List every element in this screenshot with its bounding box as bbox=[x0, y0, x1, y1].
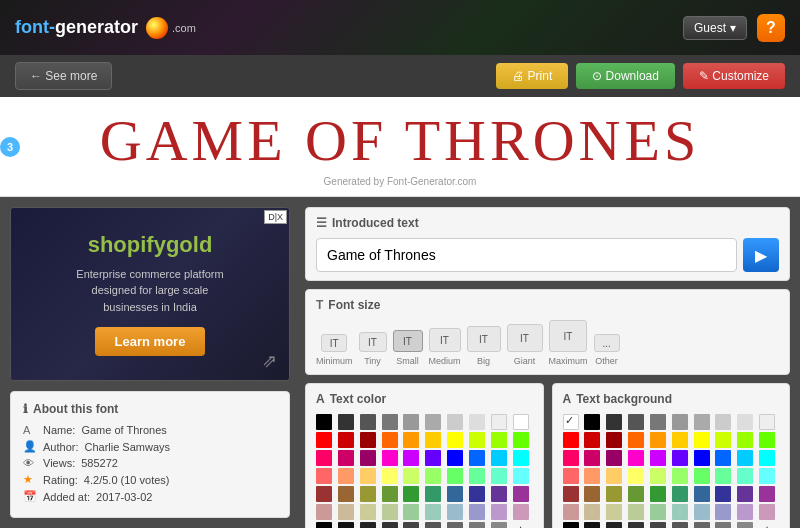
bg-color-swatch[interactable] bbox=[715, 414, 731, 430]
see-more-button[interactable]: ← See more bbox=[15, 62, 112, 90]
text-color-swatch[interactable] bbox=[403, 504, 419, 520]
text-color-swatch[interactable] bbox=[316, 432, 332, 448]
bg-color-swatch[interactable] bbox=[650, 468, 666, 484]
bg-color-swatch[interactable] bbox=[584, 468, 600, 484]
bg-color-swatch[interactable] bbox=[563, 504, 579, 520]
download-button[interactable]: ⊙ Download bbox=[576, 63, 675, 89]
size-btn-maximum[interactable]: IT bbox=[549, 320, 587, 352]
text-color-swatch[interactable] bbox=[469, 468, 485, 484]
bg-color-swatch[interactable] bbox=[737, 414, 753, 430]
text-color-swatch[interactable] bbox=[338, 432, 354, 448]
bg-color-swatch[interactable] bbox=[563, 450, 579, 466]
text-color-swatch[interactable] bbox=[469, 522, 485, 528]
text-color-swatch[interactable] bbox=[491, 468, 507, 484]
bg-color-swatch[interactable] bbox=[759, 504, 775, 520]
text-color-swatch[interactable] bbox=[382, 468, 398, 484]
text-color-swatch[interactable] bbox=[425, 486, 441, 502]
text-color-swatch[interactable] bbox=[403, 486, 419, 502]
text-color-swatch[interactable] bbox=[447, 450, 463, 466]
bg-color-swatch[interactable] bbox=[606, 486, 622, 502]
text-color-swatch[interactable] bbox=[513, 468, 529, 484]
bg-color-swatch[interactable] bbox=[606, 450, 622, 466]
bg-color-swatch[interactable] bbox=[672, 522, 688, 528]
text-color-swatch[interactable] bbox=[382, 450, 398, 466]
bg-color-swatch[interactable] bbox=[672, 486, 688, 502]
color-more-icon[interactable]: + bbox=[513, 522, 529, 528]
text-color-swatch[interactable] bbox=[469, 414, 485, 430]
print-button[interactable]: 🖨 Print bbox=[496, 63, 568, 89]
bg-color-swatch[interactable] bbox=[584, 414, 600, 430]
text-color-swatch[interactable] bbox=[316, 486, 332, 502]
text-color-swatch[interactable] bbox=[425, 432, 441, 448]
text-color-swatch[interactable] bbox=[360, 432, 376, 448]
text-color-swatch[interactable] bbox=[491, 450, 507, 466]
customize-button[interactable]: ✎ Customize bbox=[683, 63, 785, 89]
bg-color-swatch[interactable] bbox=[715, 432, 731, 448]
text-color-swatch[interactable] bbox=[469, 486, 485, 502]
text-color-swatch[interactable] bbox=[469, 450, 485, 466]
bg-color-swatch[interactable] bbox=[584, 486, 600, 502]
go-button[interactable]: ▶ bbox=[743, 238, 779, 272]
bg-color-swatch[interactable] bbox=[672, 504, 688, 520]
text-color-swatch[interactable] bbox=[513, 486, 529, 502]
text-color-swatch[interactable] bbox=[469, 504, 485, 520]
text-color-swatch[interactable] bbox=[425, 450, 441, 466]
bg-color-swatch[interactable] bbox=[563, 486, 579, 502]
bg-color-swatch[interactable] bbox=[715, 468, 731, 484]
bg-color-swatch[interactable] bbox=[606, 432, 622, 448]
bg-color-swatch[interactable] bbox=[672, 432, 688, 448]
text-color-swatch[interactable] bbox=[403, 468, 419, 484]
bg-color-swatch[interactable] bbox=[737, 522, 753, 528]
bg-color-swatch[interactable] bbox=[606, 468, 622, 484]
text-color-swatch[interactable] bbox=[338, 468, 354, 484]
bg-color-swatch[interactable] bbox=[628, 414, 644, 430]
text-color-swatch[interactable] bbox=[513, 450, 529, 466]
bg-color-swatch[interactable] bbox=[715, 522, 731, 528]
size-btn-big[interactable]: IT bbox=[467, 326, 501, 352]
text-color-swatch[interactable] bbox=[469, 432, 485, 448]
text-color-swatch[interactable] bbox=[360, 486, 376, 502]
text-color-swatch[interactable] bbox=[316, 504, 332, 520]
bg-color-swatch[interactable] bbox=[715, 486, 731, 502]
text-color-swatch[interactable] bbox=[338, 504, 354, 520]
text-color-swatch[interactable] bbox=[491, 486, 507, 502]
guest-button[interactable]: Guest ▾ bbox=[683, 16, 747, 40]
bg-color-swatch[interactable] bbox=[628, 486, 644, 502]
text-color-swatch[interactable] bbox=[491, 414, 507, 430]
bg-color-swatch[interactable] bbox=[563, 414, 579, 430]
bg-color-swatch[interactable] bbox=[737, 486, 753, 502]
bg-color-swatch[interactable] bbox=[563, 432, 579, 448]
text-color-swatch[interactable] bbox=[316, 468, 332, 484]
text-color-swatch[interactable] bbox=[403, 414, 419, 430]
bg-color-swatch[interactable] bbox=[650, 522, 666, 528]
size-btn-other[interactable]: ... bbox=[594, 334, 620, 352]
bg-color-swatch[interactable] bbox=[650, 504, 666, 520]
bg-color-swatch[interactable] bbox=[584, 504, 600, 520]
bg-color-swatch[interactable] bbox=[606, 414, 622, 430]
bg-color-swatch[interactable] bbox=[563, 522, 579, 528]
text-color-swatch[interactable] bbox=[491, 432, 507, 448]
introduced-text-input[interactable] bbox=[316, 238, 737, 272]
text-color-swatch[interactable] bbox=[382, 522, 398, 528]
bg-color-swatch[interactable] bbox=[628, 504, 644, 520]
bg-color-swatch[interactable] bbox=[715, 450, 731, 466]
bg-color-swatch[interactable] bbox=[694, 468, 710, 484]
text-color-swatch[interactable] bbox=[491, 504, 507, 520]
size-btn-minimum[interactable]: IT bbox=[321, 334, 347, 352]
text-color-swatch[interactable] bbox=[382, 414, 398, 430]
text-color-swatch[interactable] bbox=[447, 414, 463, 430]
size-option-tiny[interactable]: ITTiny bbox=[359, 332, 387, 366]
bg-color-swatch[interactable] bbox=[584, 522, 600, 528]
help-button[interactable]: ? bbox=[757, 14, 785, 42]
text-color-swatch[interactable] bbox=[360, 522, 376, 528]
bg-color-swatch[interactable] bbox=[694, 450, 710, 466]
text-color-swatch[interactable] bbox=[382, 486, 398, 502]
text-color-swatch[interactable] bbox=[316, 522, 332, 528]
text-color-swatch[interactable] bbox=[403, 450, 419, 466]
text-color-swatch[interactable] bbox=[513, 432, 529, 448]
size-option-minimum[interactable]: ITMinimum bbox=[316, 334, 353, 366]
size-option-medium[interactable]: ITMedium bbox=[429, 328, 461, 366]
text-color-swatch[interactable] bbox=[425, 504, 441, 520]
bg-color-swatch[interactable] bbox=[759, 432, 775, 448]
text-color-swatch[interactable] bbox=[447, 468, 463, 484]
